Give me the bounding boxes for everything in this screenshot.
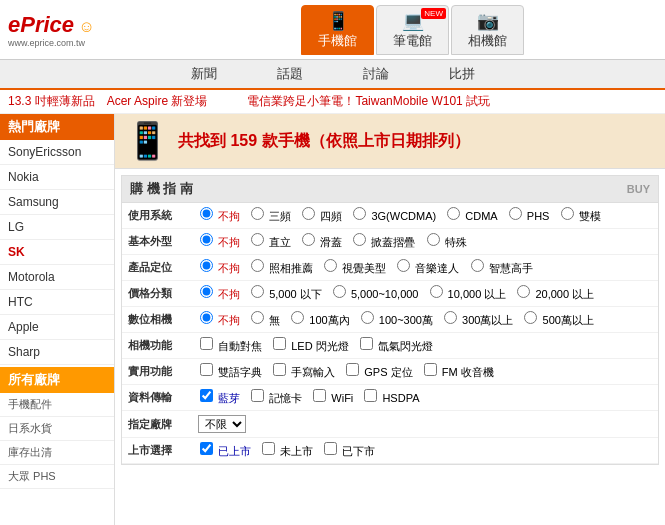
sub-nav-discuss[interactable]: 討論 <box>353 60 399 88</box>
opt-cam-1[interactable]: 無 <box>249 314 280 326</box>
opt-af[interactable]: 自動對焦 <box>198 340 262 352</box>
opt-cam-5[interactable]: 500萬以上 <box>522 314 593 326</box>
cb-delisted[interactable] <box>324 442 337 455</box>
cb-fm[interactable] <box>424 363 437 376</box>
opt-pos-3[interactable]: 音樂達人 <box>395 262 459 274</box>
cb-bt[interactable] <box>200 389 213 402</box>
cb-gps[interactable] <box>346 363 359 376</box>
radio-price-0[interactable] <box>200 285 213 298</box>
radio-shape-0[interactable] <box>200 233 213 246</box>
opt-memcard[interactable]: 記憶卡 <box>249 392 302 404</box>
radio-cam-4[interactable] <box>444 311 457 324</box>
radio-system-0[interactable] <box>200 207 213 220</box>
radio-shape-2[interactable] <box>302 233 315 246</box>
opt-shape-0[interactable]: 不拘 <box>198 236 240 248</box>
opt-price-2[interactable]: 5,000~10,000 <box>331 288 419 300</box>
radio-cam-3[interactable] <box>361 311 374 324</box>
cb-write[interactable] <box>273 363 286 376</box>
radio-pos-2[interactable] <box>324 259 337 272</box>
opt-system-6[interactable]: 雙模 <box>559 210 601 222</box>
opt-shape-1[interactable]: 直立 <box>249 236 291 248</box>
sidebar-item-apple[interactable]: Apple <box>0 315 114 340</box>
radio-system-3[interactable] <box>353 207 366 220</box>
opt-not-launched[interactable]: 未上市 <box>260 445 313 457</box>
opt-bt[interactable]: 藍芽 <box>198 392 240 404</box>
opt-fm[interactable]: FM 收音機 <box>422 366 494 378</box>
opt-shape-3[interactable]: 掀蓋摺疊 <box>351 236 415 248</box>
opt-cam-4[interactable]: 300萬以上 <box>442 314 513 326</box>
sub-nav-compare[interactable]: 比拼 <box>439 60 485 88</box>
opt-write[interactable]: 手寫輸入 <box>271 366 335 378</box>
cb-wifi[interactable] <box>313 389 326 402</box>
opt-price-4[interactable]: 20,000 以上 <box>515 288 594 300</box>
radio-cam-0[interactable] <box>200 311 213 324</box>
sidebar-item-accessories[interactable]: 手機配件 <box>0 393 114 417</box>
logo[interactable]: ePrice ☺ <box>8 12 152 38</box>
opt-system-0[interactable]: 不拘 <box>198 210 240 222</box>
radio-cam-5[interactable] <box>524 311 537 324</box>
radio-pos-4[interactable] <box>471 259 484 272</box>
radio-system-4[interactable] <box>447 207 460 220</box>
opt-system-1[interactable]: 三頻 <box>249 210 291 222</box>
cb-memcard[interactable] <box>251 389 264 402</box>
opt-gps[interactable]: GPS 定位 <box>344 366 412 378</box>
sidebar-item-motorola[interactable]: Motorola <box>0 265 114 290</box>
sidebar-item-lg[interactable]: LG <box>0 215 114 240</box>
ticker-left[interactable]: 13.3 吋輕薄新品 Acer Aspire 新登場 <box>8 93 207 110</box>
sidebar-item-nokia[interactable]: Nokia <box>0 165 114 190</box>
sidebar-item-htc[interactable]: HTC <box>0 290 114 315</box>
radio-shape-4[interactable] <box>427 233 440 246</box>
radio-price-2[interactable] <box>333 285 346 298</box>
opt-system-3[interactable]: 3G(WCDMA) <box>351 210 436 222</box>
nav-tab-laptop[interactable]: NEW 💻 筆電館 <box>376 5 449 55</box>
opt-system-5[interactable]: PHS <box>507 210 550 222</box>
ticker-right[interactable]: 電信業跨足小筆電！TaiwanMobile W101 試玩 <box>247 93 490 110</box>
opt-pos-0[interactable]: 不拘 <box>198 262 240 274</box>
opt-price-3[interactable]: 10,000 以上 <box>428 288 507 300</box>
opt-cam-3[interactable]: 100~300萬 <box>359 314 433 326</box>
radio-system-1[interactable] <box>251 207 264 220</box>
radio-shape-1[interactable] <box>251 233 264 246</box>
opt-price-0[interactable]: 不拘 <box>198 288 240 300</box>
cb-dict[interactable] <box>200 363 213 376</box>
radio-system-6[interactable] <box>561 207 574 220</box>
radio-price-3[interactable] <box>430 285 443 298</box>
radio-pos-1[interactable] <box>251 259 264 272</box>
radio-price-4[interactable] <box>517 285 530 298</box>
opt-shape-2[interactable]: 滑蓋 <box>300 236 342 248</box>
radio-pos-3[interactable] <box>397 259 410 272</box>
sidebar-item-sk[interactable]: SK <box>0 240 114 265</box>
cb-led[interactable] <box>273 337 286 350</box>
nav-tab-camera[interactable]: 📷 相機館 <box>451 5 524 55</box>
cb-af[interactable] <box>200 337 213 350</box>
sidebar-item-sharp[interactable]: Sharp <box>0 340 114 365</box>
opt-wifi[interactable]: WiFi <box>311 392 353 404</box>
opt-system-4[interactable]: CDMA <box>445 210 497 222</box>
sidebar-item-clearance[interactable]: 庫存出清 <box>0 441 114 465</box>
radio-shape-3[interactable] <box>353 233 366 246</box>
cb-not-launched[interactable] <box>262 442 275 455</box>
opt-hsdpa[interactable]: HSDPA <box>362 392 419 404</box>
opt-delisted[interactable]: 已下市 <box>322 445 375 457</box>
opt-dict[interactable]: 雙語字典 <box>198 366 262 378</box>
opt-system-2[interactable]: 四頻 <box>300 210 342 222</box>
brand-select[interactable]: 不限 <box>198 415 246 433</box>
opt-pos-2[interactable]: 視覺美型 <box>322 262 386 274</box>
opt-pos-4[interactable]: 智慧高手 <box>469 262 533 274</box>
sidebar-item-phs[interactable]: 大眾 PHS <box>0 465 114 489</box>
cb-xenon[interactable] <box>360 337 373 350</box>
sidebar-item-japan[interactable]: 日系水貨 <box>0 417 114 441</box>
sub-nav-news[interactable]: 新聞 <box>181 60 227 88</box>
opt-price-1[interactable]: 5,000 以下 <box>249 288 322 300</box>
cb-hsdpa[interactable] <box>364 389 377 402</box>
opt-led[interactable]: LED 閃光燈 <box>271 340 349 352</box>
opt-shape-4[interactable]: 特殊 <box>425 236 467 248</box>
opt-xenon[interactable]: 氙氣閃光燈 <box>358 340 433 352</box>
radio-price-1[interactable] <box>251 285 264 298</box>
opt-launched[interactable]: 已上市 <box>198 445 251 457</box>
radio-cam-2[interactable] <box>291 311 304 324</box>
opt-cam-0[interactable]: 不拘 <box>198 314 240 326</box>
sidebar-item-samsung[interactable]: Samsung <box>0 190 114 215</box>
radio-system-5[interactable] <box>509 207 522 220</box>
nav-tab-phone[interactable]: 📱 手機館 <box>301 5 374 55</box>
